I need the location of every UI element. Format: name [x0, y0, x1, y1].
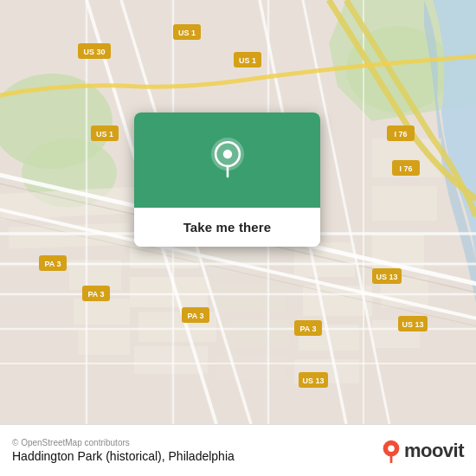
svg-text:US 30: US 30	[83, 48, 105, 56]
location-pin-icon	[205, 138, 250, 183]
svg-text:US 13: US 13	[402, 320, 423, 329]
svg-text:PA 3: PA 3	[299, 325, 316, 333]
svg-point-72	[222, 150, 231, 158]
svg-rect-26	[372, 186, 437, 221]
svg-rect-14	[225, 320, 290, 346]
svg-rect-10	[216, 286, 286, 312]
svg-text:US 1: US 1	[239, 56, 256, 65]
map-container[interactable]: US 30 US 1 US 1 US 1 I 76 I 76 PA 3 PA 3…	[0, 0, 476, 424]
svg-rect-22	[216, 355, 286, 379]
moovit-logo: moovit	[382, 439, 464, 463]
svg-text:PA 3: PA 3	[187, 312, 203, 320]
svg-text:US 13: US 13	[302, 376, 324, 385]
svg-text:PA 3: PA 3	[44, 260, 61, 268]
svg-text:I 76: I 76	[394, 130, 407, 138]
moovit-brand-text: moovit	[404, 440, 464, 462]
popup-card: Take me there	[134, 113, 320, 247]
moovit-pin-icon	[382, 439, 401, 463]
bottom-bar-left: © OpenStreetMap contributors Haddington …	[12, 438, 235, 463]
svg-text:US 1: US 1	[96, 130, 113, 138]
svg-rect-17	[74, 299, 130, 325]
svg-point-74	[388, 445, 394, 451]
bottom-bar: © OpenStreetMap contributors Haddington …	[0, 424, 476, 476]
take-me-there-button[interactable]: Take me there	[134, 208, 320, 247]
location-name: Haddington Park (historical), Philadelph…	[12, 449, 235, 463]
svg-text:PA 3: PA 3	[87, 290, 104, 299]
svg-text:US 1: US 1	[178, 29, 196, 37]
popup-header	[134, 113, 320, 208]
svg-rect-9	[130, 277, 208, 307]
svg-text:I 76: I 76	[399, 164, 412, 173]
svg-text:US 13: US 13	[376, 273, 397, 281]
copyright-text: © OpenStreetMap contributors	[12, 438, 235, 447]
